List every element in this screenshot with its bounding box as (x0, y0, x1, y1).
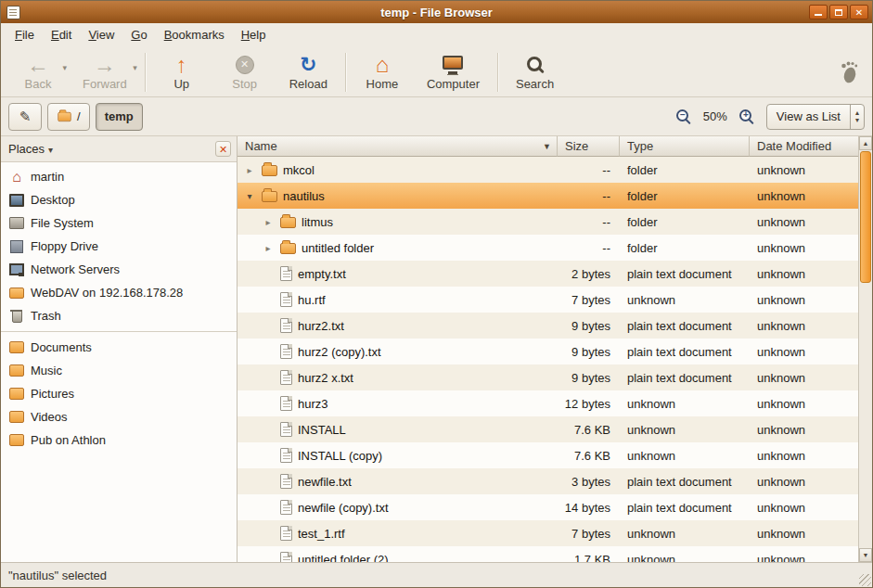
list-header: Name▼SizeTypeDate Modified (238, 136, 860, 157)
close-icon (855, 5, 863, 19)
up-button[interactable]: Up (154, 50, 210, 95)
zoom-out-button[interactable] (674, 106, 694, 128)
scrollbar-thumb[interactable] (860, 151, 871, 283)
column-header-date-modified[interactable]: Date Modified (750, 136, 860, 157)
vertical-scrollbar[interactable] (858, 136, 872, 562)
sidebar-item-videos[interactable]: Videos (1, 405, 237, 428)
menu-go[interactable]: Go (122, 23, 155, 47)
toolbar-buttons: ▾Back▾ForwardUpStopReloadHomeComputerSea… (6, 50, 567, 95)
name-cell: hurz3 (238, 390, 558, 416)
menu-file[interactable]: File (6, 23, 43, 47)
column-header-name[interactable]: Name▼ (238, 136, 558, 157)
file-name: test_1.rtf (298, 527, 345, 541)
forward-icon (94, 54, 116, 76)
file-row[interactable]: INSTALL (copy)7.6 KBunknownunknown (238, 442, 860, 468)
expand-expander-icon[interactable]: ▸ (243, 165, 256, 175)
toolbar-button-label: Forward (83, 77, 127, 91)
sidebar-item-webdav-on-192-168-178-28[interactable]: WebDAV on 192.168.178.28 (1, 281, 237, 304)
menu-edit[interactable]: Edit (43, 23, 80, 47)
file-row[interactable]: hurz312 bytesunknownunknown (238, 390, 860, 416)
file-row[interactable]: hurz2 x.txt9 bytesplain text documentunk… (238, 364, 860, 390)
expand-expander-icon[interactable]: ▸ (262, 243, 275, 253)
status-bar: "nautilus" selected (1, 562, 872, 587)
sidebar-item-martin[interactable]: martin (1, 165, 237, 188)
sidebar-item-label: Network Servers (31, 262, 120, 276)
dropdown-arrow-icon[interactable]: ▾ (133, 63, 137, 72)
home-button[interactable]: Home (354, 50, 410, 95)
expand-expander-icon[interactable]: ▸ (262, 217, 275, 227)
sidebar-item-network-servers[interactable]: Network Servers (1, 258, 237, 281)
reload-button[interactable]: Reload (280, 50, 337, 95)
path-root-button[interactable]: / (47, 103, 90, 131)
menu-help[interactable]: Help (233, 23, 275, 47)
collapse-expander-icon[interactable]: ▾ (243, 191, 256, 201)
file-icon (280, 552, 292, 562)
file-name: hurz2.txt (298, 319, 344, 333)
resize-grip[interactable] (859, 574, 871, 586)
menu-view[interactable]: View (80, 23, 122, 47)
dropdown-arrow-icon[interactable]: ▾ (62, 63, 67, 72)
main-area: Places martinDesktopFile SystemFloppy Dr… (1, 136, 872, 562)
window-icon (6, 6, 20, 19)
folder-row[interactable]: ▸litmus--folderunknown (238, 209, 860, 235)
sidebar-item-label: Pub on Athlon (31, 433, 106, 447)
sidebar-item-trash[interactable]: Trash (1, 304, 237, 327)
type-cell: plain text document (620, 364, 750, 390)
column-header-size[interactable]: Size (558, 136, 620, 157)
edit-location-icon (18, 109, 32, 124)
file-row[interactable]: newfile.txt3 bytesplain text documentunk… (238, 468, 860, 494)
file-row[interactable]: newfile (copy).txt14 bytesplain text doc… (238, 494, 860, 520)
sidebar-item-file-system[interactable]: File System (1, 211, 237, 235)
sidebar-item-pictures[interactable]: Pictures (1, 382, 237, 405)
sidebar-item-documents[interactable]: Documents (1, 336, 237, 359)
sidebar-item-label: File System (31, 216, 94, 230)
size-cell: 3 bytes (558, 468, 620, 494)
date-modified-cell: unknown (750, 209, 860, 235)
close-sidebar-button[interactable] (215, 141, 231, 157)
column-header-type[interactable]: Type (620, 136, 750, 157)
view-mode-select[interactable]: View as List (766, 104, 865, 130)
zoom-in-button[interactable] (737, 106, 757, 128)
type-cell: folder (620, 235, 750, 261)
file-row[interactable]: hurz2.txt9 bytesplain text documentunkno… (238, 313, 860, 339)
menu-bookmarks[interactable]: Bookmarks (156, 23, 233, 47)
close-button[interactable] (850, 5, 868, 19)
gnome-throbber-icon (835, 57, 863, 88)
name-cell: ▸litmus (238, 209, 558, 235)
sidebar-item-floppy-drive[interactable]: Floppy Drive (1, 235, 237, 258)
date-modified-cell: unknown (750, 494, 860, 520)
file-row[interactable]: test_1.rtf7 bytesunknownunknown (238, 520, 860, 546)
folder-row[interactable]: ▸mkcol--folderunknown (238, 157, 860, 183)
path-current-button[interactable]: temp (96, 103, 143, 131)
scroll-up-button[interactable] (859, 136, 872, 150)
titlebar[interactable]: temp - File Browser (1, 1, 872, 23)
search-button[interactable]: Search (507, 50, 563, 95)
zoom-out-icon (675, 109, 691, 124)
file-icon (280, 318, 292, 333)
sidebar-item-desktop[interactable]: Desktop (1, 188, 237, 211)
minimize-button[interactable] (809, 5, 828, 19)
maximize-button[interactable] (829, 5, 848, 19)
file-row[interactable]: untitled folder (2)1.7 KBunknownunknown (238, 546, 860, 562)
file-row[interactable]: empty.txt2 bytesplain text documentunkno… (238, 261, 860, 287)
name-cell: ▸mkcol (238, 157, 558, 183)
toolbar-button-label: Search (516, 77, 554, 91)
file-name: untitled folder (302, 241, 374, 255)
file-row[interactable]: INSTALL7.6 KBunknownunknown (238, 416, 860, 442)
file-row[interactable]: hurz2 (copy).txt9 bytesplain text docume… (238, 339, 860, 364)
stop-button[interactable]: Stop (217, 50, 273, 95)
forward-button[interactable]: ▾Forward (73, 50, 136, 95)
computer-button[interactable]: Computer (417, 50, 489, 95)
sidebar-item-pub-on-athlon[interactable]: Pub on Athlon (1, 428, 237, 452)
location-bar: / temp 50% View as List (1, 97, 872, 136)
back-button[interactable]: ▾Back (10, 50, 66, 95)
sidebar-item-music[interactable]: Music (1, 359, 237, 382)
places-label[interactable]: Places (8, 142, 45, 156)
name-cell: untitled folder (2) (238, 546, 558, 562)
folder-row[interactable]: ▸untitled folder--folderunknown (238, 235, 860, 261)
places-sidebar: Places martinDesktopFile SystemFloppy Dr… (1, 136, 238, 562)
toggle-location-entry-button[interactable] (8, 103, 42, 131)
folder-row[interactable]: ▾nautilus--folderunknown (238, 183, 860, 209)
file-row[interactable]: hu.rtf7 bytesunknownunknown (238, 287, 860, 313)
scroll-down-button[interactable] (859, 548, 872, 562)
